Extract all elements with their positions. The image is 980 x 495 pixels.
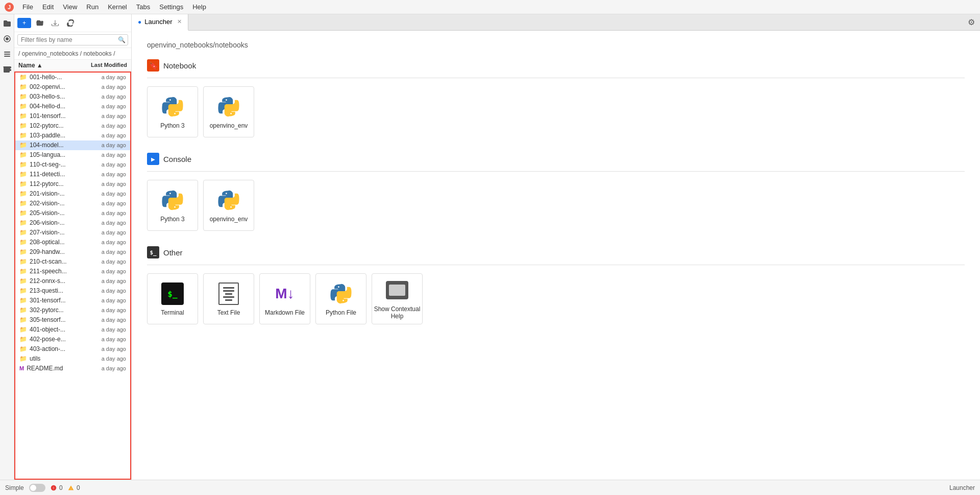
file-time: a day ago xyxy=(90,346,126,352)
file-item[interactable]: 📁 212-onnx-s... a day ago xyxy=(15,276,130,286)
file-item[interactable]: 📁 201-vision-... a day ago xyxy=(15,189,130,199)
tab-close-icon[interactable]: ✕ xyxy=(177,18,182,25)
tab-launcher[interactable]: ● Launcher ✕ xyxy=(132,14,188,31)
folder-icon: 📁 xyxy=(19,161,27,168)
folder-icon: 📁 xyxy=(19,248,27,255)
file-item[interactable]: 📁 101-tensorf... a day ago xyxy=(15,111,130,121)
file-item[interactable]: 📁 001-hello-... a day ago xyxy=(15,73,130,82)
file-item[interactable]: 📁 utils a day ago xyxy=(15,354,130,364)
file-item[interactable]: 📁 206-vision-... a day ago xyxy=(15,218,130,228)
menu-view[interactable]: View xyxy=(59,2,81,12)
help-card[interactable]: Show Contextual Help xyxy=(372,273,423,324)
upload-button[interactable] xyxy=(48,16,62,30)
file-name: 302-pytorc... xyxy=(30,307,90,314)
sidebar-puzzle-icon[interactable] xyxy=(1,63,13,76)
file-time: a day ago xyxy=(90,200,126,206)
file-item[interactable]: 📁 302-pytorc... a day ago xyxy=(15,305,130,315)
notebook-openvino-card[interactable]: openvino_env xyxy=(203,86,254,137)
file-item[interactable]: 📁 209-handw... a day ago xyxy=(15,247,130,257)
file-item[interactable]: 📁 110-ct-seg-... a day ago xyxy=(15,160,130,170)
file-name: 205-vision-... xyxy=(30,209,90,217)
new-folder-button[interactable] xyxy=(33,16,46,30)
file-time: a day ago xyxy=(90,113,126,119)
terminal-card[interactable]: $_ Terminal xyxy=(147,273,198,324)
terminal-icon: $_ xyxy=(160,281,185,306)
folder-icon: 📁 xyxy=(19,307,27,314)
file-list: 📁 001-hello-... a day ago 📁 002-openvi..… xyxy=(14,72,131,480)
sidebar-circle-icon[interactable] xyxy=(1,33,13,45)
console-section-header: ▶ Console xyxy=(147,153,965,165)
file-time: a day ago xyxy=(90,307,126,313)
column-modified[interactable]: Last Modified xyxy=(84,62,127,69)
status-bar: Simple ! 0 ! 0 Launcher xyxy=(0,480,980,495)
markdown-card[interactable]: M↓ Markdown File xyxy=(259,273,310,324)
folder-icon: 📁 xyxy=(19,239,27,246)
status-mode-label: Simple xyxy=(5,484,24,491)
menu-tabs[interactable]: Tabs xyxy=(132,2,154,12)
search-input[interactable] xyxy=(17,34,128,45)
file-item[interactable]: 📁 103-paddle... a day ago xyxy=(15,131,130,140)
console-divider xyxy=(147,171,965,172)
other-section-title: Other xyxy=(163,248,183,257)
file-item[interactable]: 📁 403-action-... a day ago xyxy=(15,344,130,354)
folder-icon: 📁 xyxy=(19,219,27,226)
folder-icon: 📁 xyxy=(19,200,27,207)
file-item[interactable]: 📁 208-optical... a day ago xyxy=(15,238,130,247)
file-time: a day ago xyxy=(90,93,126,100)
pyfile-card[interactable]: Python File xyxy=(315,273,366,324)
file-item[interactable]: 📁 002-openvi... a day ago xyxy=(15,82,130,92)
file-item[interactable]: 📁 004-hello-d... a day ago xyxy=(15,102,130,111)
file-time: a day ago xyxy=(90,220,126,226)
folder-icon: 📁 xyxy=(19,268,27,275)
file-item[interactable]: 📁 102-pytorc... a day ago xyxy=(15,121,130,131)
file-item[interactable]: 📁 401-object-... a day ago xyxy=(15,325,130,335)
column-name[interactable]: Name ▲ xyxy=(18,62,84,69)
file-item[interactable]: 📁 210-ct-scan... a day ago xyxy=(15,257,130,267)
file-name: 111-detecti... xyxy=(30,171,90,178)
file-item[interactable]: 📁 211-speech... a day ago xyxy=(15,267,130,276)
file-item[interactable]: 📁 301-tensorf... a day ago xyxy=(15,296,130,305)
markdown-label: Markdown File xyxy=(265,309,305,316)
menu-file[interactable]: File xyxy=(18,2,37,12)
menu-kernel[interactable]: Kernel xyxy=(104,2,131,12)
file-item[interactable]: 📁 213-questi... a day ago xyxy=(15,286,130,296)
file-item[interactable]: M README.md a day ago xyxy=(15,364,130,373)
console-openvino-card[interactable]: openvino_env xyxy=(203,180,254,231)
new-button[interactable]: + xyxy=(17,18,31,28)
file-item[interactable]: 📁 207-vision-... a day ago xyxy=(15,228,130,238)
sidebar-folder-icon[interactable] xyxy=(1,17,13,30)
sidebar-list-icon[interactable] xyxy=(1,48,13,60)
folder-icon: 📁 xyxy=(19,112,27,120)
status-toggle[interactable] xyxy=(29,484,45,492)
file-time: a day ago xyxy=(90,181,126,187)
console-python3-card[interactable]: Python 3 xyxy=(147,180,198,231)
file-item[interactable]: 📁 003-hello-s... a day ago xyxy=(15,92,130,102)
file-item[interactable]: 📁 105-langua... a day ago xyxy=(15,150,130,160)
console-grid: Python 3 openvino_env xyxy=(147,180,965,231)
settings-gear-icon[interactable]: ⚙ xyxy=(963,17,980,27)
file-item[interactable]: 📁 402-pose-e... a day ago xyxy=(15,335,130,344)
file-item[interactable]: 📁 111-detecti... a day ago xyxy=(15,170,130,179)
file-item[interactable]: 📁 202-vision-... a day ago xyxy=(15,199,130,208)
error-count: ! 0 xyxy=(51,484,63,491)
console-section-title: Console xyxy=(163,155,191,163)
folder-icon: 📁 xyxy=(19,258,27,265)
other-grid: $_ Terminal Text Fi xyxy=(147,273,965,324)
menu-settings[interactable]: Settings xyxy=(155,2,187,12)
toggle-track[interactable] xyxy=(29,484,45,492)
file-name: 403-action-... xyxy=(30,345,90,352)
file-item[interactable]: 📁 112-pytorc... a day ago xyxy=(15,179,130,189)
folder-icon: 📁 xyxy=(19,190,27,197)
refresh-button[interactable] xyxy=(64,16,77,30)
file-time: a day ago xyxy=(90,142,126,148)
menu-help[interactable]: Help xyxy=(188,2,210,12)
file-time: a day ago xyxy=(90,152,126,158)
file-item[interactable]: 📁 305-tensorf... a day ago xyxy=(15,315,130,325)
textfile-card[interactable]: Text File xyxy=(203,273,254,324)
file-item[interactable]: 📁 205-vision-... a day ago xyxy=(15,208,130,218)
notebook-python3-card[interactable]: Python 3 xyxy=(147,86,198,137)
tab-launcher-label: Launcher xyxy=(144,18,172,26)
menu-edit[interactable]: Edit xyxy=(38,2,58,12)
file-item[interactable]: 📁 104-model... a day ago xyxy=(15,140,130,150)
menu-run[interactable]: Run xyxy=(82,2,103,12)
